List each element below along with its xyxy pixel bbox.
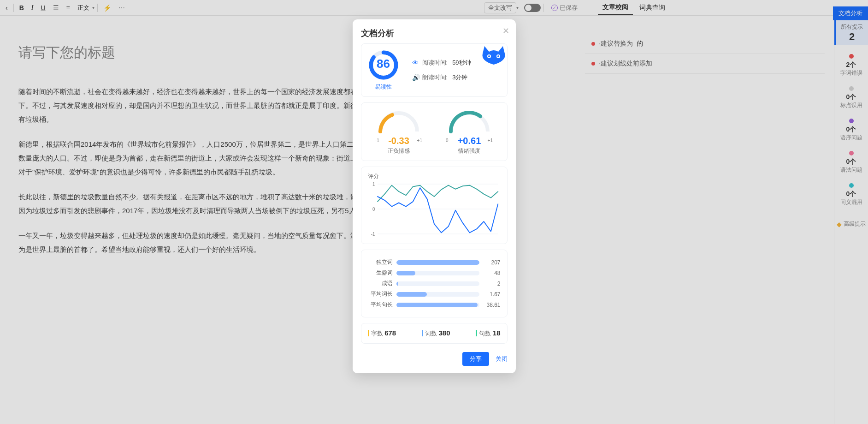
metric-label: 生僻词: [368, 269, 393, 277]
gauge-sentiment: -1+1 -0.33 正负情感: [369, 108, 429, 155]
stat-sentences: 句数 18: [476, 329, 500, 338]
stat-words: 字数 678: [368, 329, 396, 338]
sound-icon: 🔊: [412, 74, 419, 81]
readability-value: 86: [368, 57, 399, 71]
metric-label: 平均句长: [368, 301, 393, 309]
metric-track: [396, 260, 479, 265]
metric-value: 1.67: [483, 291, 501, 298]
modal-title: 文档分析: [361, 28, 508, 39]
rating-line-chart: -101: [368, 181, 501, 237]
metric-track: [396, 271, 479, 275]
metric-label: 独立词: [368, 258, 393, 266]
rating-chart-card: 评分 -101: [361, 167, 508, 244]
time-block: 👁阅读时间:59秒钟 🔊朗读时间:3分钟: [412, 59, 471, 82]
metric-bar-row: 成语2: [368, 280, 501, 287]
metric-bar-row: 平均词长1.67: [368, 290, 501, 298]
gauge-label: 情绪强度: [439, 147, 499, 155]
chart-ylabel: 评分: [368, 173, 501, 180]
metric-track: [396, 292, 479, 297]
svg-text:1: 1: [372, 182, 375, 187]
gauge-label: 正负情感: [369, 147, 429, 155]
gauge-intensity: 0+1 +0.61 情绪强度: [439, 108, 499, 155]
eye-icon: 👁: [412, 59, 419, 66]
metric-value: 38.61: [483, 302, 501, 308]
close-button[interactable]: 关闭: [496, 352, 508, 366]
stats-row: 字数 678 词数 380 句数 18: [361, 323, 508, 344]
svg-text:-1: -1: [371, 232, 375, 237]
modal-footer: 分享 关闭: [361, 352, 508, 366]
metric-track: [396, 281, 479, 286]
metric-label: 成语: [368, 280, 393, 287]
readability-label: 易读性: [368, 83, 399, 91]
metric-value: 2: [483, 281, 501, 287]
metric-label: 平均词长: [368, 290, 393, 298]
svg-point-3: [497, 55, 499, 57]
modal-overlay[interactable]: 文档分析 ✕ 86 易读性 👁阅读时间:59秒钟 🔊朗读时间:3分钟: [0, 0, 868, 424]
metric-value: 207: [483, 259, 501, 266]
analysis-modal: 文档分析 ✕ 86 易读性 👁阅读时间:59秒钟 🔊朗读时间:3分钟: [353, 19, 516, 373]
close-icon[interactable]: ✕: [502, 26, 509, 36]
metric-bar-row: 生僻词48: [368, 269, 501, 277]
metric-track: [396, 303, 479, 307]
share-button[interactable]: 分享: [462, 352, 489, 366]
gauges-card: -1+1 -0.33 正负情感 0+1 +0.61 情绪强度: [361, 102, 508, 161]
svg-point-2: [488, 55, 490, 57]
readability-score: 86 易读性: [368, 49, 399, 91]
metric-bar-row: 平均句长38.61: [368, 301, 501, 309]
stat-terms: 词数 380: [422, 329, 450, 338]
svg-text:0: 0: [372, 207, 375, 212]
metric-value: 48: [483, 270, 501, 276]
metrics-bars: 独立词207生僻词48成语2平均词长1.67平均句长38.61: [361, 250, 508, 317]
cat-logo-icon: [481, 45, 507, 66]
metric-bar-row: 独立词207: [368, 258, 501, 266]
